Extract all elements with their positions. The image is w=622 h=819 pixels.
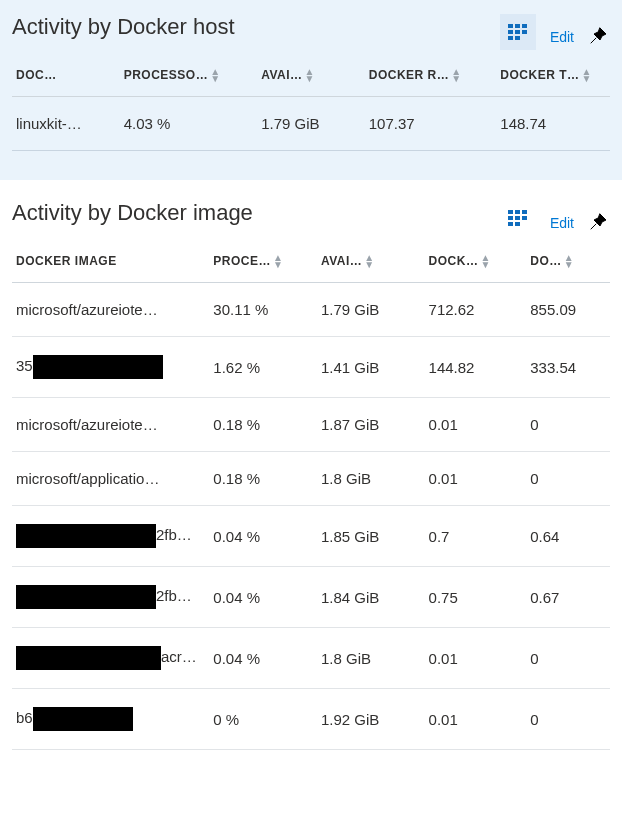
activity-image-panel: Activity by Docker image Edit bbox=[0, 180, 622, 750]
svg-rect-0 bbox=[508, 24, 513, 28]
cell-image-name: microsoft/azureiote… bbox=[12, 283, 209, 337]
cell-avail: 1.85 GiB bbox=[317, 506, 425, 567]
cell-d2: 0.67 bbox=[526, 567, 610, 628]
cell-image-name: microsoft/azureiote… bbox=[12, 398, 209, 452]
redacted-block bbox=[33, 355, 163, 379]
table-row[interactable]: microsoft/azureiote…0.18 %1.87 GiB0.010 bbox=[12, 398, 610, 452]
cell-d1: 0.01 bbox=[425, 452, 527, 506]
cell-d2: 0 bbox=[526, 452, 610, 506]
column-header[interactable]: DOCKER T…▲▼ bbox=[496, 60, 610, 97]
cell-d1: 0.7 bbox=[425, 506, 527, 567]
tile-grid-icon bbox=[508, 24, 528, 40]
column-label: PROCESSO… bbox=[124, 68, 209, 82]
cell-d2: 0.64 bbox=[526, 506, 610, 567]
image-table: DOCKER IMAGEPROCE…▲▼AVAI…▲▼DOCK…▲▼DO…▲▼ … bbox=[12, 246, 610, 750]
sort-arrows-icon: ▲▼ bbox=[364, 254, 374, 268]
redacted-block bbox=[16, 524, 156, 548]
table-row[interactable]: microsoft/applicatio…0.18 %1.8 GiB0.010 bbox=[12, 452, 610, 506]
edit-link[interactable]: Edit bbox=[544, 29, 580, 45]
svg-rect-6 bbox=[508, 36, 513, 40]
cell-name: linuxkit-… bbox=[12, 97, 120, 151]
column-header[interactable]: DO…▲▼ bbox=[526, 246, 610, 283]
column-header[interactable]: DOC… bbox=[12, 60, 120, 97]
column-header[interactable]: AVAI…▲▼ bbox=[257, 60, 365, 97]
edit-link[interactable]: Edit bbox=[544, 215, 580, 231]
host-table: DOC…PROCESSO…▲▼AVAI…▲▼DOCKER R…▲▼DOCKER … bbox=[12, 60, 610, 179]
activity-host-panel: Activity by Docker host Edit bbox=[0, 0, 622, 180]
cell-proc: 0.04 % bbox=[209, 628, 317, 689]
redacted-block bbox=[16, 585, 156, 609]
cell-avail: 1.8 GiB bbox=[317, 628, 425, 689]
column-label: DOC… bbox=[16, 68, 57, 82]
cell-d2: 333.54 bbox=[526, 337, 610, 398]
cell-proc: 0 % bbox=[209, 689, 317, 750]
host-table-header: DOC…PROCESSO…▲▼AVAI…▲▼DOCKER R…▲▼DOCKER … bbox=[12, 60, 610, 97]
cell-docker-r: 107.37 bbox=[365, 97, 497, 151]
column-header[interactable]: AVAI…▲▼ bbox=[317, 246, 425, 283]
pin-button[interactable] bbox=[588, 212, 610, 234]
column-label: DOCKER T… bbox=[500, 68, 579, 82]
panel-header: Activity by Docker image Edit bbox=[12, 200, 610, 246]
cell-proc: 30.11 % bbox=[209, 283, 317, 337]
sort-arrows-icon: ▲▼ bbox=[582, 68, 592, 82]
cell-image-name: acr… bbox=[12, 628, 209, 689]
tile-view-button[interactable] bbox=[500, 200, 536, 236]
cell-proc: 0.18 % bbox=[209, 398, 317, 452]
cell-avail: 1.84 GiB bbox=[317, 567, 425, 628]
table-row[interactable]: 351.62 %1.41 GiB144.82333.54 bbox=[12, 337, 610, 398]
cell-available: 1.79 GiB bbox=[257, 97, 365, 151]
column-header[interactable]: DOCKER R…▲▼ bbox=[365, 60, 497, 97]
svg-rect-13 bbox=[522, 216, 527, 220]
svg-rect-11 bbox=[508, 216, 513, 220]
cell-d1: 144.82 bbox=[425, 337, 527, 398]
column-header[interactable]: DOCK…▲▼ bbox=[425, 246, 527, 283]
column-label: DO… bbox=[530, 254, 562, 268]
svg-rect-2 bbox=[522, 24, 527, 28]
panel-title: Activity by Docker host bbox=[12, 14, 492, 60]
table-row[interactable]: linuxkit-… 4.03 % 1.79 GiB 107.37 148.74 bbox=[12, 97, 610, 151]
column-label: AVAI… bbox=[321, 254, 362, 268]
column-header[interactable]: DOCKER IMAGE bbox=[12, 246, 209, 283]
cell-image-name: b6 bbox=[12, 689, 209, 750]
table-row[interactable]: 2fb…0.04 %1.84 GiB0.750.67 bbox=[12, 567, 610, 628]
image-table-header: DOCKER IMAGEPROCE…▲▼AVAI…▲▼DOCK…▲▼DO…▲▼ bbox=[12, 246, 610, 283]
svg-rect-9 bbox=[515, 210, 520, 214]
tile-view-button[interactable] bbox=[500, 14, 536, 50]
svg-rect-7 bbox=[515, 36, 520, 40]
cell-proc: 1.62 % bbox=[209, 337, 317, 398]
cell-d1: 0.01 bbox=[425, 689, 527, 750]
column-label: DOCKER IMAGE bbox=[16, 254, 117, 268]
pin-button[interactable] bbox=[588, 26, 610, 48]
sort-arrows-icon: ▲▼ bbox=[480, 254, 490, 268]
table-row[interactable]: microsoft/azureiote…30.11 %1.79 GiB712.6… bbox=[12, 283, 610, 337]
column-label: PROCE… bbox=[213, 254, 271, 268]
cell-d2: 855.09 bbox=[526, 283, 610, 337]
column-header[interactable]: PROCE…▲▼ bbox=[209, 246, 317, 283]
cell-image-name: 2fb… bbox=[12, 506, 209, 567]
cell-image-name: 2fb… bbox=[12, 567, 209, 628]
table-row[interactable]: 2fb…0.04 %1.85 GiB0.70.64 bbox=[12, 506, 610, 567]
column-label: DOCK… bbox=[429, 254, 479, 268]
cell-avail: 1.41 GiB bbox=[317, 337, 425, 398]
table-row[interactable]: acr…0.04 %1.8 GiB0.010 bbox=[12, 628, 610, 689]
sort-arrows-icon: ▲▼ bbox=[210, 68, 220, 82]
cell-avail: 1.8 GiB bbox=[317, 452, 425, 506]
cell-avail: 1.79 GiB bbox=[317, 283, 425, 337]
sort-arrows-icon: ▲▼ bbox=[273, 254, 283, 268]
column-label: DOCKER R… bbox=[369, 68, 450, 82]
cell-d1: 0.01 bbox=[425, 398, 527, 452]
cell-proc: 0.04 % bbox=[209, 506, 317, 567]
tile-grid-icon bbox=[508, 210, 528, 226]
cell-d2: 0 bbox=[526, 628, 610, 689]
cell-docker-t: 148.74 bbox=[496, 97, 610, 151]
redacted-block bbox=[16, 646, 161, 670]
table-row[interactable]: b60 %1.92 GiB0.010 bbox=[12, 689, 610, 750]
panel-title: Activity by Docker image bbox=[12, 200, 492, 246]
cell-avail: 1.87 GiB bbox=[317, 398, 425, 452]
column-header[interactable]: PROCESSO…▲▼ bbox=[120, 60, 258, 97]
column-label: AVAI… bbox=[261, 68, 302, 82]
cell-proc: 0.18 % bbox=[209, 452, 317, 506]
svg-rect-10 bbox=[522, 210, 527, 214]
cell-avail: 1.92 GiB bbox=[317, 689, 425, 750]
panel-header: Activity by Docker host Edit bbox=[12, 14, 610, 60]
